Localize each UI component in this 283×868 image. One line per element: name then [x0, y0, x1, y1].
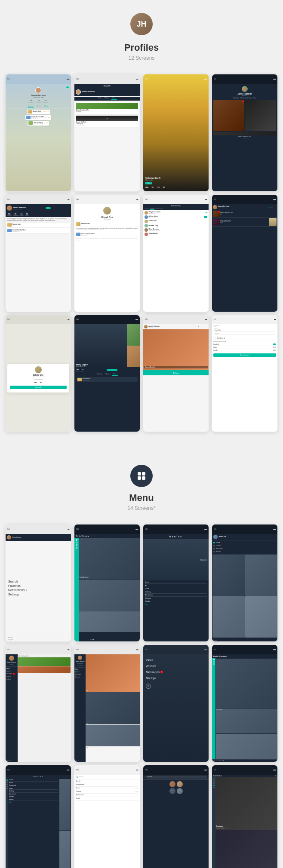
menu-screen-10[interactable]: 9:41◼◼ 🔍 Search... Brands New arrivals S… — [74, 765, 140, 868]
menu-screen-11[interactable]: 9:41◼◼◼ × Search... Man Woman Cart — [143, 765, 209, 868]
menu-screen-9[interactable]: 9:41◼◼◼ ROUTES Search Brands New a — [5, 765, 71, 868]
menu-screens-row2: 9:41◼◼ Brian Grenson For you Feed Activi… — [0, 644, 283, 762]
menu-screen-3[interactable]: 9:41◼◼◼ RouTes rivals Menu All Dress Clo… — [143, 524, 209, 642]
menu-subtitle: 14 Screens* — [9, 505, 274, 511]
profile-screen-1[interactable]: 9:47 ◼◼◼ James Harrison 📍 Barcelona, Spa… — [5, 74, 71, 192]
menu-icon — [130, 465, 153, 487]
profile-screen-11[interactable]: 9:41◼◼ James Harrison 37 Reviews 📍 Sydne… — [143, 315, 209, 432]
profile-screen-5[interactable]: 9:41◼◼ James Harrison Los Angeles, USA F… — [5, 194, 71, 312]
menu3-routes: RouTes — [145, 535, 207, 538]
profiles-screens-row3: 9:41◼◼ Erlend Oye Gawker follows the sto… — [0, 315, 283, 432]
profile-screen-9[interactable]: 9:41◼◼ Erlend Oye Gawker follows the sto… — [5, 315, 71, 432]
profile-screen-10[interactable]: 9:41◼◼◼ Mary Joplin ● Los Angeles, USA — [74, 315, 140, 432]
profile-screen-3[interactable]: 9:41◼◼◼ Nicholas Smith Editor-in-chief F… — [143, 74, 209, 192]
menu-screen-4[interactable]: 9:41◼◼◼ James Bay Graphic designer Home … — [212, 524, 278, 642]
profile-screen-12[interactable]: 9:41◼◼ Logged in Name Erlend Oye Web Sit… — [212, 315, 278, 432]
profile-screen-6[interactable]: 9:41◼◼ Erlend Oye 55 Reviews Marriott Ho… — [74, 194, 140, 312]
menu-screen-5[interactable]: 9:41◼◼ Brian Grenson For you Feed Activi… — [5, 644, 71, 762]
profiles-title: Profiles — [9, 42, 274, 53]
profiles-avatar: JH — [130, 13, 153, 35]
profile-screen-8[interactable]: 9:41◼◼◼ James Harrison Favorites Favorit… — [212, 194, 278, 312]
profile-screen-2[interactable]: 9:41◼◼ My profile James Harrison 134k fo… — [74, 74, 140, 192]
menu-screen-8[interactable]: 9:41◼◼◼ Berlin, Germany Hotel New York M… — [212, 644, 278, 762]
menu-screen-6[interactable]: 9:41◼◼ James Harrison 12 Followers 10 fo… — [74, 644, 140, 762]
menu-section: Menu 14 Screens* — [0, 452, 283, 524]
menu-screen-2[interactable]: 9:41◼◼◼ Berlin, Germany Hotel New York — [74, 524, 140, 642]
menu-screen-7[interactable]: 9:41◼◼◼ Ideas Wishlist Messages 2 My tri… — [143, 644, 209, 762]
profile-screen-4[interactable]: 9:41◼◼◼ James Harrison Favorites Favorit… — [212, 74, 278, 192]
profile-screen-7[interactable]: 9:41◼◼ Nicholas User Followers Following… — [143, 194, 209, 312]
menu-screen-1[interactable]: 9:41◼◼ James Harrison Search Favorites N… — [5, 524, 71, 642]
profiles-section: JH Profiles 12 Screens — [0, 0, 283, 74]
menu-screens-row3: 9:41◼◼◼ ROUTES Search Brands New a — [0, 765, 283, 868]
menu-title: Menu — [9, 492, 274, 503]
menu1-search: Search — [8, 580, 68, 583]
menu-screen-12[interactable]: 9:41◼◼◼ ROUTES — [212, 765, 278, 868]
profiles-screens-row2: 9:41◼◼ James Harrison Los Angeles, USA F… — [0, 194, 283, 312]
profiles-subtitle: 12 Screens — [9, 55, 274, 61]
profiles-screens-row1: 9:47 ◼◼◼ James Harrison 📍 Barcelona, Spa… — [0, 74, 283, 192]
menu-screens-row1: 9:41◼◼ James Harrison Search Favorites N… — [0, 524, 283, 642]
